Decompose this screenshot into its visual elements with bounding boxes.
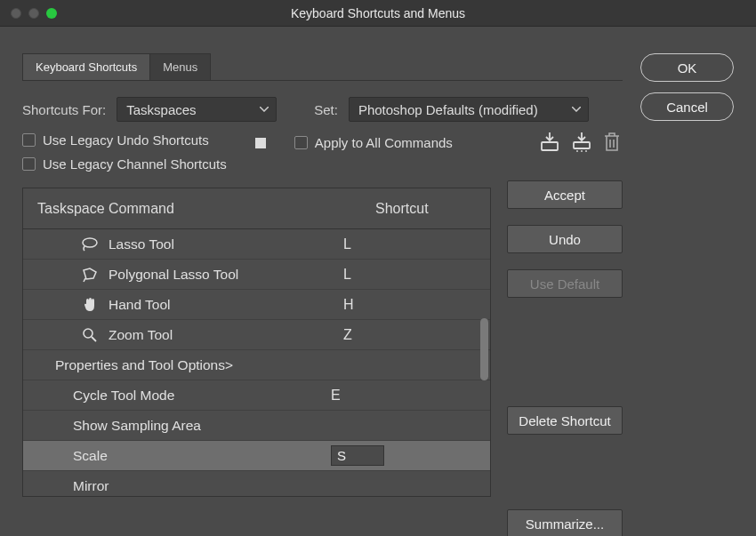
command-label: Mirror [68, 478, 331, 494]
traffic-lights [0, 8, 57, 19]
lasso-icon [76, 236, 103, 252]
window-minimize-button[interactable] [28, 8, 39, 19]
legacy-undo-checkbox[interactable] [22, 133, 36, 147]
shortcuts-for-label: Shortcuts For: [22, 102, 106, 117]
table-row[interactable]: Show Sampling Area [23, 411, 490, 441]
set-select[interactable]: Photoshop Defaults (modified) [349, 97, 589, 122]
delete-set-icon[interactable] [603, 132, 623, 152]
hand-icon [76, 297, 103, 313]
column-header-shortcut: Shortcut [375, 201, 429, 217]
shortcut-value: H [343, 297, 414, 313]
save-set-icon[interactable] [539, 132, 559, 152]
scrollbar-thumb[interactable] [480, 318, 488, 380]
svg-rect-0 [542, 142, 558, 150]
summarize-button[interactable]: Summarize... [507, 509, 623, 536]
shortcut-value: E [331, 388, 402, 404]
set-label: Set: [314, 102, 338, 117]
svg-point-3 [581, 150, 583, 152]
ok-button[interactable]: OK [640, 53, 734, 82]
save-set-as-icon[interactable] [571, 132, 591, 152]
table-row[interactable]: Zoom Tool Z [23, 320, 490, 350]
table-row-group[interactable]: Properties and Tool Options> [23, 350, 490, 380]
shortcut-value: L [343, 236, 414, 252]
set-value: Photoshop Defaults (modified) [358, 102, 538, 117]
table-row[interactable]: Lasso Tool L [23, 229, 490, 260]
apply-all-label: Apply to All Commands [315, 135, 453, 150]
shortcuts-for-value: Taskspaces [126, 102, 196, 117]
zoom-icon [76, 327, 103, 343]
command-label: Cycle Tool Mode [68, 388, 331, 404]
svg-point-5 [83, 238, 97, 247]
legacy-channel-checkbox[interactable] [22, 157, 36, 171]
polygonal-lasso-icon [76, 267, 103, 283]
window-zoom-button[interactable] [46, 8, 57, 19]
command-label: Hand Tool [103, 297, 343, 313]
tab-keyboard-shortcuts[interactable]: Keyboard Shortcuts [22, 53, 150, 80]
command-label: Scale [68, 448, 331, 464]
command-label: Zoom Tool [103, 327, 343, 343]
shortcuts-table: Taskspace Command Shortcut Lasso Tool [22, 188, 491, 497]
titlebar: Keyboard Shortcuts and Menus [0, 0, 756, 27]
chevron-down-icon [260, 107, 269, 112]
shortcut-value: Z [343, 327, 414, 343]
table-row[interactable]: Cycle Tool Mode E [23, 380, 490, 411]
table-row[interactable]: Hand Tool H [23, 290, 490, 320]
svg-line-7 [92, 337, 96, 341]
tab-menus[interactable]: Menus [149, 53, 211, 80]
legacy-channel-label: Use Legacy Channel Shortcuts [43, 156, 227, 172]
undo-button[interactable]: Undo [507, 225, 623, 253]
cancel-button[interactable]: Cancel [640, 92, 734, 121]
tabs: Keyboard Shortcuts Menus [22, 53, 623, 81]
separator-square [255, 138, 266, 148]
accept-button[interactable]: Accept [507, 180, 623, 209]
command-label: Show Sampling Area [68, 418, 331, 434]
command-label: Polygonal Lasso Tool [103, 267, 343, 283]
use-default-button[interactable]: Use Default [507, 269, 623, 298]
command-label: Lasso Tool [103, 236, 343, 252]
apply-all-checkbox[interactable] [294, 136, 308, 149]
window-title: Keyboard Shortcuts and Menus [0, 6, 756, 20]
table-row[interactable]: Polygonal Lasso Tool L [23, 260, 490, 290]
svg-point-2 [576, 150, 578, 152]
svg-point-4 [585, 150, 587, 152]
column-header-command: Taskspace Command [37, 201, 375, 217]
legacy-undo-label: Use Legacy Undo Shortcuts [43, 132, 209, 148]
shortcut-value: L [343, 267, 414, 283]
svg-rect-1 [574, 142, 590, 148]
chevron-down-icon [572, 107, 581, 112]
shortcut-input[interactable] [331, 445, 384, 466]
delete-shortcut-button[interactable]: Delete Shortcut [507, 406, 623, 435]
window-close-button[interactable] [11, 8, 21, 19]
table-row[interactable]: Mirror [23, 471, 490, 496]
shortcuts-for-select[interactable]: Taskspaces [117, 97, 277, 122]
svg-point-6 [84, 329, 92, 338]
group-label: Properties and Tool Options> [50, 357, 334, 373]
table-row-selected[interactable]: Scale [23, 441, 490, 471]
